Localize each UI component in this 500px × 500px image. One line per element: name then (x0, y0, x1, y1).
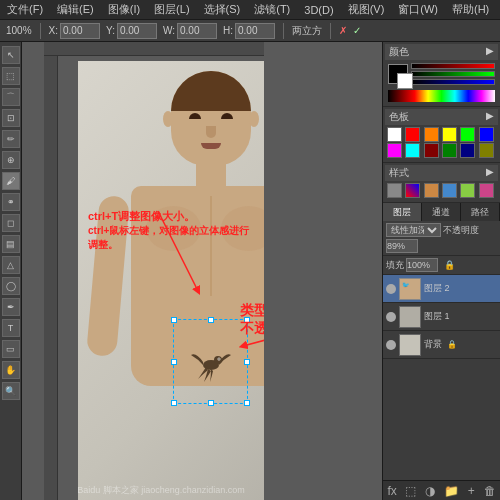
handle-bm[interactable] (208, 400, 214, 406)
handle-ml[interactable] (171, 359, 177, 365)
swatch-magenta[interactable] (387, 143, 402, 158)
handle-br[interactable] (244, 400, 250, 406)
x-position: X: (49, 23, 100, 39)
crop-tool[interactable]: ⊡ (2, 109, 20, 127)
style-2[interactable] (405, 183, 420, 198)
menu-file[interactable]: 文件(F) (4, 2, 46, 17)
swatch-dark-green[interactable] (442, 143, 457, 158)
style-3[interactable] (424, 183, 439, 198)
layer-fx-btn[interactable]: fx (385, 484, 398, 498)
lasso-tool[interactable]: ⌒ (2, 88, 20, 106)
style-4[interactable] (442, 183, 457, 198)
h-input[interactable] (235, 23, 275, 39)
blend-mode-select[interactable]: 线性加深 (386, 223, 441, 237)
layer-tabs: 图层 通道 路径 (383, 203, 500, 221)
swatch-dark-blue[interactable] (460, 143, 475, 158)
tattoo-image (186, 337, 236, 387)
toolbar-divider-2 (283, 23, 284, 39)
tab-layers[interactable]: 图层 (383, 203, 422, 221)
menu-image[interactable]: 图像(I) (105, 2, 143, 17)
layer-delete-btn[interactable]: 🗑 (482, 484, 498, 498)
color-panel-title: 颜色 ▶ (385, 44, 498, 60)
blur-tool[interactable]: △ (2, 256, 20, 274)
tab-paths[interactable]: 路径 (461, 203, 500, 221)
layer-eye-bg[interactable] (386, 340, 396, 350)
y-input[interactable] (117, 23, 157, 39)
lock-icon-bg: 🔒 (447, 340, 457, 349)
canvas-viewport[interactable]: ctrl+T调整图像大小。 ctrl+鼠标左键，对图像的立体感进行调整。 类型线… (58, 56, 264, 500)
menu-layer[interactable]: 图层(L) (151, 2, 192, 17)
layer-new-btn[interactable]: + (466, 484, 477, 498)
swatch-orange[interactable] (424, 127, 439, 142)
h-size: H: (223, 23, 275, 39)
opacity-input[interactable] (386, 239, 418, 253)
swatch-red[interactable] (405, 127, 420, 142)
heal-tool[interactable]: ⊕ (2, 151, 20, 169)
canvas-area[interactable]: ctrl+T调整图像大小。 ctrl+鼠标左键，对图像的立体感进行调整。 类型线… (22, 42, 382, 500)
eraser-tool[interactable]: ◻ (2, 214, 20, 232)
menu-3d[interactable]: 3D(D) (301, 4, 336, 16)
cancel-btn[interactable]: ✓ (353, 25, 361, 36)
tattoo-content (174, 320, 247, 403)
tab-channels[interactable]: 通道 (422, 203, 461, 221)
shape-tool[interactable]: ▭ (2, 340, 20, 358)
zoom-tool[interactable]: 🔍 (2, 382, 20, 400)
layer-item-bg[interactable]: 背景 🔒 (383, 331, 500, 359)
layers-options: 线性加深 不透明度 (383, 221, 500, 256)
menu-edit[interactable]: 编辑(E) (54, 2, 97, 17)
handle-bl[interactable] (171, 400, 177, 406)
swatch-green[interactable] (460, 127, 475, 142)
layer-adjust-btn[interactable]: ◑ (423, 484, 437, 498)
text-tool[interactable]: T (2, 319, 20, 337)
layer-eye-1[interactable] (386, 312, 396, 322)
menu-help[interactable]: 帮助(H) (449, 2, 492, 17)
right-panel: 颜色 ▶ 色板 ▶ (382, 42, 500, 500)
tattoo-selection-box[interactable] (173, 319, 248, 404)
layer-mask-btn[interactable]: ⬚ (403, 484, 418, 498)
background-color[interactable] (397, 73, 413, 89)
x-input[interactable] (60, 23, 100, 39)
layer-item-1[interactable]: 图层 1 (383, 303, 500, 331)
swatch-olive[interactable] (479, 143, 494, 158)
handle-tl[interactable] (171, 317, 177, 323)
swatch-dark-red[interactable] (424, 143, 439, 158)
ruler-vertical (44, 56, 58, 500)
fill-input[interactable] (406, 258, 438, 272)
select-tool[interactable]: ⬚ (2, 67, 20, 85)
hand-tool[interactable]: ✋ (2, 361, 20, 379)
brush-tool[interactable]: 🖌 (2, 172, 20, 190)
menu-filter[interactable]: 滤镜(T) (251, 2, 293, 17)
style-1[interactable] (387, 183, 402, 198)
layer-eye-2[interactable] (386, 284, 396, 294)
styles-title: 样式 ▶ (385, 165, 498, 181)
swatch-cyan[interactable] (405, 143, 420, 158)
w-input[interactable] (177, 23, 217, 39)
layer-group-btn[interactable]: 📁 (442, 484, 461, 498)
dodge-tool[interactable]: ◯ (2, 277, 20, 295)
handle-mr[interactable] (244, 359, 250, 365)
type-annotation: 类型线性加深， 不透明度89% (240, 301, 264, 337)
g-slider[interactable] (411, 71, 495, 77)
menu-view[interactable]: 视图(V) (345, 2, 388, 17)
b-slider[interactable] (411, 79, 495, 85)
r-slider[interactable] (411, 63, 495, 69)
clone-tool[interactable]: ⚭ (2, 193, 20, 211)
menu-window[interactable]: 窗口(W) (395, 2, 441, 17)
gradient-tool[interactable]: ▤ (2, 235, 20, 253)
swatch-yellow[interactable] (442, 127, 457, 142)
swatch-white[interactable] (387, 127, 402, 142)
color-gradient-bar[interactable] (388, 90, 495, 102)
pen-tool[interactable]: ✒ (2, 298, 20, 316)
style-5[interactable] (460, 183, 475, 198)
eyedropper-tool[interactable]: ✏ (2, 130, 20, 148)
foreground-color[interactable] (388, 64, 408, 84)
swatch-blue[interactable] (479, 127, 494, 142)
face-nose (206, 126, 216, 138)
layer-item-2[interactable]: 🐦 图层 2 (383, 275, 500, 303)
person-head (171, 71, 251, 166)
handle-tm[interactable] (208, 317, 214, 323)
confirm-btn[interactable]: ✗ (339, 25, 347, 36)
menu-select[interactable]: 选择(S) (201, 2, 244, 17)
move-tool[interactable]: ↖ (2, 46, 20, 64)
style-6[interactable] (479, 183, 494, 198)
